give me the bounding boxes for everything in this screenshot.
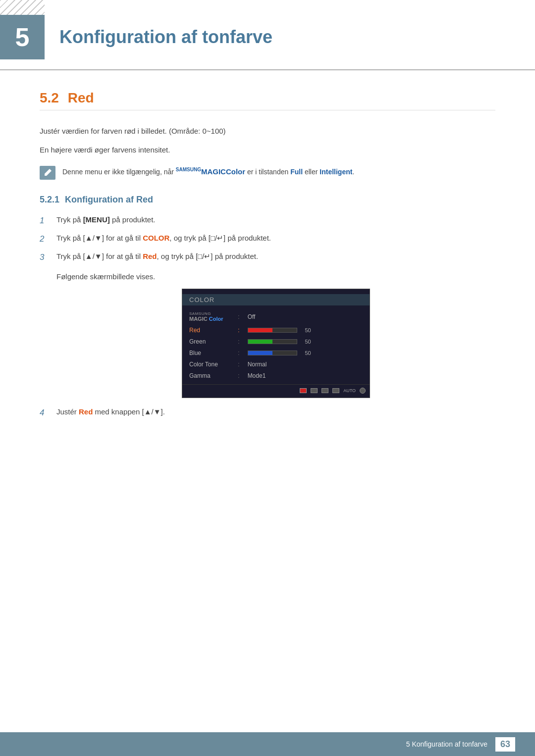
- osd-btn-3: [321, 388, 328, 393]
- step-1-text: Tryk på [MENU] på produktet.: [56, 214, 495, 226]
- step-2-num: 2: [40, 232, 52, 246]
- step-2: 2 Tryk på [▲/▼] for at gå til COLOR, og …: [40, 232, 495, 246]
- footer-chapter-text: 5 Konfiguration af tonfarve: [406, 740, 487, 748]
- page-footer: 5 Konfiguration af tonfarve 63: [0, 732, 535, 756]
- osd-blue-bar-container: 50: [248, 350, 363, 356]
- osd-item-color-tone: Color Tone : Normal: [182, 358, 370, 370]
- step-1: 1 Tryk på [MENU] på produktet.: [40, 214, 495, 227]
- note-text-3: eller: [303, 168, 320, 176]
- full-label: Full: [290, 168, 303, 176]
- osd-item-red: Red : 50: [182, 324, 370, 336]
- osd-color-tone-value: Normal: [248, 361, 363, 368]
- osd-blue-label: Blue: [189, 350, 234, 356]
- osd-green-value: 50: [300, 339, 311, 345]
- step-3-text: Tryk på [▲/▼] for at gå til Red, og tryk…: [56, 251, 495, 262]
- osd-green-fill: [248, 340, 272, 344]
- osd-green-label: Green: [189, 338, 234, 345]
- osd-btn-4: [332, 388, 339, 393]
- osd-green-bar-container: 50: [248, 339, 363, 345]
- step-2-text: Tryk på [▲/▼] for at gå til COLOR, og tr…: [56, 232, 495, 244]
- section-name: Red: [68, 90, 94, 105]
- step-4-num: 4: [40, 406, 52, 419]
- subsection-number: 5.2.1: [40, 195, 59, 204]
- red-keyword-step4: Red: [79, 407, 93, 416]
- osd-item-magic-color: SAMSUNG MAGIC Color : Off: [182, 309, 370, 325]
- osd-sep-green: :: [238, 338, 240, 345]
- note-icon: [40, 166, 55, 180]
- osd-val-magic-color: Off: [248, 313, 363, 320]
- note-text: Denne menu er ikke tilgængelig, når SAMS…: [62, 166, 354, 178]
- chapter-title: Konfiguration af tonfarve: [59, 27, 272, 48]
- osd-container: COLOR SAMSUNG MAGIC Color : Off Red :: [56, 289, 495, 399]
- step-3-num: 3: [40, 251, 52, 264]
- osd-red-bar: [248, 328, 297, 333]
- color-keyword: COLOR: [143, 234, 169, 242]
- osd-sep-1: :: [238, 313, 240, 320]
- chapter-header: 5 Konfiguration af tonfarve: [0, 0, 535, 70]
- osd-screenshot: COLOR SAMSUNG MAGIC Color : Off Red :: [182, 289, 370, 399]
- osd-sep-red: :: [238, 326, 240, 334]
- osd-red-bar-container: 50: [248, 327, 363, 333]
- menu-key: [MENU]: [83, 215, 110, 224]
- subsection-title: 5.2.1 Konfiguration af Red: [40, 195, 495, 205]
- osd-item-gamma: Gamma : Mode1: [182, 370, 370, 381]
- osd-blue-fill: [248, 351, 272, 355]
- note-text-4: .: [352, 168, 354, 176]
- osd-btn-2: [311, 388, 318, 393]
- following-text: Følgende skærmbillede vises.: [56, 272, 495, 281]
- osd-sep-ct: :: [238, 360, 240, 368]
- osd-btn-power: [360, 388, 366, 394]
- osd-bottom-bar: AUTO: [182, 384, 370, 395]
- section-title: 5.2 Red: [40, 90, 495, 110]
- step-3: 3 Tryk på [▲/▼] for at gå til Red, og tr…: [40, 251, 495, 264]
- step-4-text: Justér Red med knappen [▲/▼].: [56, 406, 495, 418]
- magic-color-brand: MAGICColor: [201, 167, 245, 176]
- step-4: 4 Justér Red med knappen [▲/▼].: [40, 406, 495, 419]
- osd-btn-auto: AUTO: [343, 388, 356, 393]
- osd-red-value: 50: [300, 327, 311, 333]
- osd-blue-bar: [248, 351, 297, 355]
- footer-page-number: 63: [495, 737, 515, 752]
- osd-color-tone-label: Color Tone: [189, 361, 234, 368]
- steps-list: 1 Tryk på [MENU] på produktet. 2 Tryk på…: [40, 214, 495, 264]
- osd-title: COLOR: [182, 294, 370, 305]
- osd-item-blue: Blue : 50: [182, 347, 370, 358]
- osd-gamma-label: Gamma: [189, 372, 234, 379]
- red-keyword: Red: [143, 252, 157, 260]
- description-2: En højere værdi øger farvens intensitet.: [40, 144, 495, 156]
- osd-sep-blue: :: [238, 349, 240, 356]
- osd-blue-value: 50: [300, 350, 311, 356]
- osd-btn-1: [300, 388, 307, 393]
- osd-red-fill: [248, 328, 272, 332]
- samsung-brand: SAMSUNG: [176, 167, 201, 172]
- chapter-number: 5: [15, 22, 30, 52]
- pencil-icon: [43, 168, 53, 178]
- osd-green-bar: [248, 339, 297, 344]
- note-text-2: er i tilstanden: [245, 168, 290, 176]
- osd-samsung-magic: SAMSUNG MAGIC Color: [189, 311, 234, 323]
- osd-red-label: Red: [189, 327, 234, 334]
- main-content: 5.2 Red Justér værdien for farven rød i …: [0, 90, 535, 420]
- chapter-number-box: 5: [0, 15, 45, 59]
- subsection-name: Konfiguration af Red: [65, 195, 153, 204]
- intelligent-label: Intelligent: [320, 168, 352, 176]
- osd-gamma-value: Mode1: [248, 372, 363, 379]
- note-text-1: Denne menu er ikke tilgængelig, når: [62, 168, 176, 176]
- description-1: Justér værdien for farven rød i billedet…: [40, 125, 495, 137]
- osd-magic-color-label: SAMSUNG MAGIC Color: [189, 311, 234, 323]
- section-number: 5.2: [40, 90, 59, 105]
- step-1-num: 1: [40, 214, 52, 227]
- osd-sep-gamma: :: [238, 372, 240, 379]
- note-box: Denne menu er ikke tilgængelig, når SAMS…: [40, 166, 495, 180]
- osd-item-green: Green : 50: [182, 336, 370, 347]
